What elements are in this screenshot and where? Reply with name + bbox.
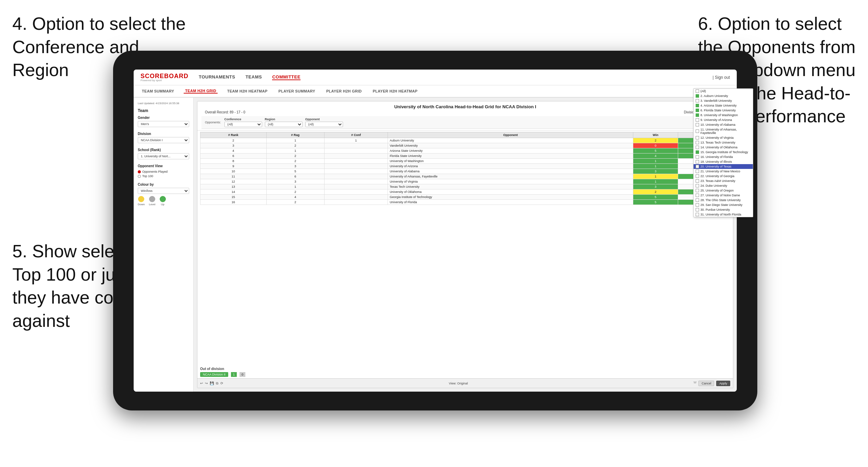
dropdown-item[interactable]: 18. University of Illinois	[694, 159, 733, 164]
cell-rag: 2	[266, 159, 324, 164]
subnav-player-summary[interactable]: PLAYER SUMMARY	[277, 89, 317, 93]
opponent-filter: Opponent (All)	[305, 118, 343, 127]
opponent-select[interactable]: (All)	[305, 122, 343, 127]
cell-rag: 2	[266, 189, 324, 195]
cell-win: 1	[633, 179, 678, 184]
dropdown-checkbox	[696, 194, 699, 197]
cell-rag: 2	[266, 143, 324, 148]
nav-committee[interactable]: COMMITTEE	[272, 74, 301, 80]
cell-win: 0	[633, 143, 678, 148]
cell-rank: 12	[200, 179, 267, 184]
colour-circle-down	[138, 196, 144, 202]
dropdown-item[interactable]: 23. Texas A&M University	[694, 179, 733, 183]
cancel-button[interactable]: Cancel	[698, 381, 714, 386]
cell-conf	[324, 148, 388, 153]
dropdown-item[interactable]: 11. University of Arkansas, Fayetteville	[694, 131, 733, 135]
dropdown-checkbox	[696, 208, 699, 211]
content-area: University of North Carolina Head-to-Hea…	[194, 98, 737, 392]
navbar: SCOREBOARD Powered by sport TOURNAMENTS …	[134, 70, 737, 85]
cell-win: 4	[633, 153, 678, 159]
cell-opponent: Auburn University	[388, 138, 633, 143]
dropdown-item[interactable]: 21. University of New Mexico	[694, 169, 733, 174]
dropdown-item[interactable]: 31. University of North Florida	[694, 212, 733, 217]
school-select[interactable]: 1. University of Nort...	[138, 153, 189, 159]
colour-up: Up	[160, 196, 166, 206]
gender-section: Gender Men's	[138, 116, 189, 127]
colour-circles: Down Level Up	[138, 196, 189, 206]
opponent-dropdown-panel[interactable]: (All)2. Auburn University3. Vanderbilt U…	[693, 131, 733, 217]
subnav-player-h2h-grid[interactable]: PLAYER H2H GRID	[325, 89, 363, 93]
refresh-icon[interactable]: ⟳	[220, 381, 223, 385]
nav-signout[interactable]: | Sign out	[713, 75, 730, 80]
table-row: 11 6 University of Arkansas, Fayettevill…	[200, 174, 730, 179]
dropdown-item[interactable]: 30. Purdue University	[694, 207, 733, 212]
radio-dot-top100	[138, 175, 141, 178]
subnav-team-h2h-grid[interactable]: TEAM H2H GRID	[184, 89, 218, 94]
report-main: # Rank # Rag # Conf Opponent Win Loss	[197, 131, 733, 388]
dropdown-item-label: 25. University of Oregon	[700, 189, 733, 192]
dropdown-item[interactable]: 13. Texas Tech University	[694, 140, 733, 145]
last-updated: Last Updated: 4/15/2024 16:55:38	[138, 102, 189, 105]
nav-teams[interactable]: TEAMS	[245, 74, 262, 80]
dropdown-item[interactable]: 14. University of Oklahoma	[694, 145, 733, 150]
cell-rank: 4	[200, 148, 267, 153]
team-label: Team	[138, 108, 189, 113]
cell-opponent: University of Oklahoma	[388, 189, 633, 195]
dropdown-item-label: 30. Purdue University	[700, 208, 730, 211]
cell-rank: 11	[200, 174, 267, 179]
save-icon[interactable]: 💾	[210, 381, 214, 385]
copy-icon[interactable]: ⧉	[216, 381, 218, 385]
cell-rank: 9	[200, 164, 267, 169]
apply-button[interactable]: Apply	[716, 381, 730, 386]
toolbar-view-label: View: Original	[449, 382, 468, 385]
cell-opponent: University of Arizona	[388, 164, 633, 169]
gender-select[interactable]: Men's	[138, 121, 189, 127]
dropdown-item[interactable]: 29. San Diego State University	[694, 202, 733, 207]
cell-win: 1	[633, 159, 678, 164]
nav-tournaments[interactable]: TOURNAMENTS	[199, 74, 235, 80]
subnav: TEAM SUMMARY TEAM H2H GRID TEAM H2H HEAT…	[134, 85, 737, 98]
cell-win: 1	[633, 164, 678, 169]
cell-win: 2	[633, 189, 678, 195]
dropdown-item[interactable]: 16. University of Florida	[694, 155, 733, 159]
undo-icon[interactable]: ↩	[200, 381, 203, 385]
dropdown-item[interactable]: 12. University of Virginia	[694, 135, 733, 140]
dropdown-checkbox	[696, 165, 699, 168]
dropdown-checkbox	[696, 203, 699, 207]
colour-section: Colour by Win/loss Down Level	[138, 183, 189, 206]
report-header: University of North Carolina Head-to-Hea…	[197, 101, 733, 131]
dropdown-checkbox	[696, 146, 699, 149]
table-row: 9 3 University of Arizona 1 0	[200, 164, 730, 169]
dropdown-checkbox	[696, 189, 699, 192]
dropdown-item[interactable]: 27. University of Notre Dame	[694, 193, 733, 198]
dropdown-checkbox	[696, 141, 699, 144]
dropdown-item-label: 28. The Ohio State University	[700, 198, 733, 202]
region-select[interactable]: (All)	[265, 122, 303, 127]
cell-rag: 1	[266, 148, 324, 153]
dropdown-item[interactable]: 15. Georgia Institute of Technology	[694, 150, 733, 155]
dropdown-checkbox	[696, 155, 699, 159]
dropdown-item[interactable]: 24. Duke University	[694, 183, 733, 188]
radio-top100[interactable]: Top 100	[138, 174, 189, 178]
dropdown-checkbox	[696, 184, 699, 187]
radio-opponents-played[interactable]: Opponents Played	[138, 170, 189, 173]
conference-select[interactable]: (All)	[224, 122, 262, 127]
table-row: 13 1 Texas Tech University 3 0	[200, 184, 730, 189]
cell-opponent: Vanderbilt University	[388, 143, 633, 148]
dropdown-item[interactable]: 20. University of Texas	[694, 164, 733, 169]
cell-opponent: Arizona State University	[388, 148, 633, 153]
dropdown-item[interactable]: 22. University of Georgia	[694, 174, 733, 179]
dropdown-item[interactable]: 25. University of Oregon	[694, 188, 733, 193]
division-select[interactable]: NCAA Division I	[138, 137, 189, 143]
subnav-player-h2h-heatmap[interactable]: PLAYER H2H HEATMAP	[371, 89, 419, 93]
dropdown-item[interactable]: 28. The Ohio State University	[694, 198, 733, 202]
dropdown-checkbox	[696, 213, 699, 216]
colour-select[interactable]: Win/loss	[138, 188, 189, 194]
dropdown-item-label: 13. Texas Tech University	[700, 141, 733, 144]
cell-opponent: University of Virginia	[388, 179, 633, 184]
tablet-screen: SCOREBOARD Powered by sport TOURNAMENTS …	[134, 70, 737, 392]
redo-icon[interactable]: ↪	[205, 381, 208, 385]
subnav-team-h2h-heatmap[interactable]: TEAM H2H HEATMAP	[226, 89, 269, 93]
cell-win: 2	[633, 138, 678, 143]
subnav-team-summary[interactable]: TEAM SUMMARY	[140, 89, 175, 93]
